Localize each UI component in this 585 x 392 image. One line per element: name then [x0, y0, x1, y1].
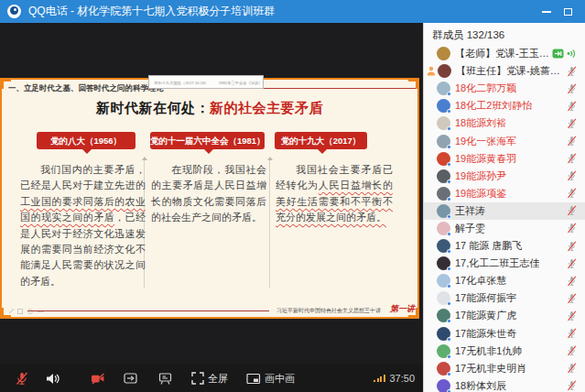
- mic-muted-icon[interactable]: [567, 136, 577, 147]
- mic-muted-icon: [15, 372, 29, 386]
- note-right: 1981年三中全会《决议》中的表述: [219, 80, 264, 84]
- mic-muted-icon[interactable]: [567, 241, 577, 252]
- column-header-ribbon: 党的十一届六中全会（1981）: [150, 132, 265, 149]
- member-name: 19能源孙尹: [455, 169, 506, 183]
- mobile-online-badge: [447, 267, 451, 271]
- member-row[interactable]: 17能源黄广虎: [424, 307, 585, 324]
- member-row[interactable]: 18化工2班刘静怡: [424, 97, 585, 114]
- member-avatar: [437, 152, 450, 166]
- member-list: 【老师】党课-王玉老师【班主任】党课-姚蔷蔷4...18化二郭万颖18化工2班刘…: [424, 45, 585, 392]
- whiteboard-button[interactable]: [158, 365, 173, 392]
- mobile-online-badge: [447, 197, 451, 201]
- member-avatar: [437, 204, 450, 218]
- presentation-slide: 一、立足时代之基、回答时代之问的科学理论 党的十九大报告（2017.10.18）…: [0, 78, 419, 319]
- member-row[interactable]: 19化一张海军: [424, 132, 585, 149]
- member-row[interactable]: 18粉体刘辰: [424, 377, 585, 392]
- mic-muted-icon[interactable]: [567, 66, 577, 77]
- mic-muted-icon[interactable]: [567, 153, 577, 164]
- mic-muted-icon[interactable]: [567, 188, 577, 199]
- member-avatar: [437, 222, 450, 235]
- member-avatar: [437, 256, 450, 270]
- column-text: 我国社会主要矛盾已经转化为人民日益增长的美好生活需要和不平衡不充分的发展之间的矛…: [276, 162, 393, 226]
- camera-muted-icon: [91, 373, 105, 385]
- mic-muted-icon[interactable]: [567, 170, 577, 181]
- member-row[interactable]: 19能源项鉴: [424, 185, 585, 202]
- pip-button[interactable]: 画中画: [246, 365, 295, 392]
- member-row[interactable]: 17无机非1仇帅: [424, 343, 585, 360]
- member-name: 17 能源 唐鹏飞: [455, 239, 522, 253]
- member-name: 【班主任】党课-姚蔷蔷4...: [456, 64, 564, 78]
- mic-muted-icon[interactable]: [567, 276, 577, 287]
- share-screen-button[interactable]: [124, 365, 138, 392]
- member-row[interactable]: 17,化工二班王志佳: [424, 255, 585, 272]
- mic-muted-icon[interactable]: [567, 223, 577, 234]
- member-row[interactable]: 19能源黄春羽: [424, 150, 585, 168]
- mobile-online-badge: [447, 319, 451, 323]
- mic-muted-icon[interactable]: [567, 345, 577, 356]
- share-screen-icon: [124, 373, 138, 385]
- mic-muted-icon[interactable]: [567, 363, 577, 374]
- note-left: 党的十九大报告（2017.10.18）: [154, 80, 209, 84]
- circle-tool-icon: [27, 309, 33, 314]
- maximize-button[interactable]: [564, 8, 572, 16]
- fullscreen-button[interactable]: 全屏: [191, 365, 228, 392]
- member-name: 18化工2班刘静怡: [455, 99, 532, 113]
- mic-muted-icon[interactable]: [567, 293, 577, 304]
- column-header-ribbon: 党的十九大（2017）: [275, 132, 367, 149]
- member-row[interactable]: 17化卓张慧: [424, 272, 585, 289]
- member-row[interactable]: 18能源刘裕: [424, 114, 585, 132]
- fullscreen-icon: [191, 372, 204, 385]
- window-title: QQ电话 - 材化学院第十七期入党积极分子培训班群: [28, 4, 275, 19]
- member-avatar: [438, 64, 451, 78]
- mic-muted-icon[interactable]: [567, 328, 577, 339]
- mute-mic-button[interactable]: [15, 365, 29, 392]
- mic-muted-icon[interactable]: [567, 83, 577, 94]
- member-row[interactable]: 解子雯: [424, 220, 585, 237]
- member-row[interactable]: 17无机非史明肖: [424, 360, 585, 377]
- member-row[interactable]: 18化二郭万颖: [424, 80, 585, 97]
- mic-muted-icon[interactable]: [567, 118, 577, 129]
- mobile-online-badge: [447, 337, 451, 342]
- member-name: 【老师】党课-王玉老师: [455, 47, 552, 60]
- picture-in-picture-icon: [246, 373, 261, 385]
- member-avatar: [437, 135, 450, 148]
- body-text: ，已经是人民对于经济文化迅速发展的需要同当前经济文化不能满足人民需要的状况之间的…: [20, 212, 146, 287]
- members-panel-header: 群成员 132/136: [424, 23, 585, 45]
- member-avatar: [437, 47, 450, 60]
- member-avatar: [437, 344, 450, 358]
- member-avatar: [437, 379, 450, 392]
- mic-muted-icon[interactable]: [567, 310, 577, 321]
- speaker-icon: [46, 373, 60, 385]
- minimize-button[interactable]: [542, 11, 551, 13]
- member-avatar: [437, 82, 450, 95]
- mic-muted-icon[interactable]: [567, 380, 577, 391]
- call-control-bar: 全屏 画中画 37:50 退出 结束通话: [0, 365, 423, 392]
- shared-screen-stage: 一、立足时代之基、回答时代之问的科学理论 党的十九大报告（2017.10.18）…: [0, 23, 423, 392]
- member-row[interactable]: 王祥涛: [424, 202, 585, 220]
- footer-rule: [27, 310, 269, 311]
- body-text: 在现阶段，我国社会的主要矛盾是人民日益增长的物质文化需要同落后的社会生产之间的矛…: [151, 164, 266, 223]
- mic-muted-icon[interactable]: [567, 205, 577, 216]
- screen-sharing-icon: [552, 49, 564, 59]
- member-row[interactable]: 【老师】党课-王玉老师: [424, 45, 585, 62]
- member-avatar: [437, 291, 450, 305]
- mobile-online-badge: [447, 284, 451, 289]
- camera-button[interactable]: [91, 365, 105, 392]
- member-row[interactable]: 17能源朱世奇: [424, 325, 585, 343]
- member-row[interactable]: 【班主任】党课-姚蔷蔷4...: [424, 62, 585, 80]
- mobile-online-badge: [447, 109, 451, 114]
- member-name: 17无机非1仇帅: [455, 344, 522, 358]
- member-row[interactable]: 17 能源 唐鹏飞: [424, 237, 585, 255]
- member-avatar: [437, 116, 450, 130]
- member-row[interactable]: 19能源孙尹: [424, 168, 585, 185]
- speaker-button[interactable]: [46, 365, 60, 392]
- mobile-online-badge: [447, 92, 451, 96]
- mobile-online-badge: [447, 145, 451, 149]
- member-row[interactable]: 17能源何振宇: [424, 289, 585, 307]
- footer-lecture-badge: 第一讲: [390, 303, 415, 315]
- mic-muted-icon[interactable]: [567, 258, 577, 269]
- annotation-toolbar: [6, 309, 44, 314]
- mic-muted-icon[interactable]: [567, 101, 577, 112]
- member-name: 19化一张海军: [455, 135, 516, 148]
- member-name: 17无机非史明肖: [455, 362, 526, 376]
